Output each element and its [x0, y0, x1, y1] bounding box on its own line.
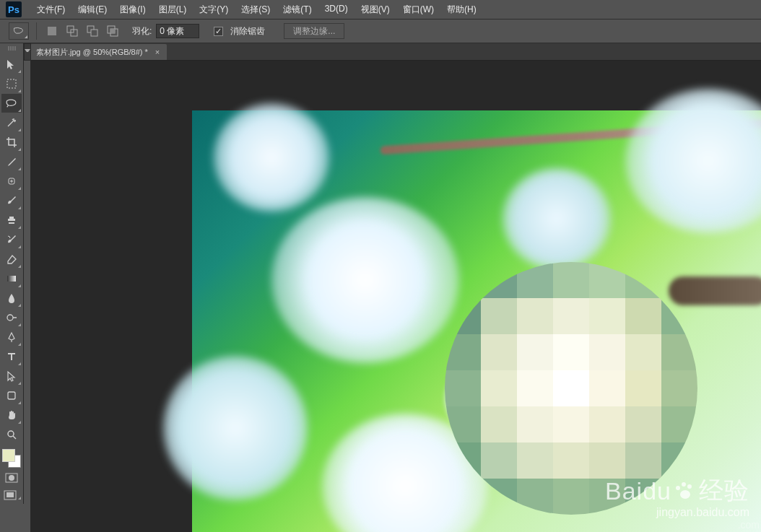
menu-10[interactable]: 帮助(H) — [440, 1, 483, 19]
document-tab[interactable]: 素材图片.jpg @ 50%(RGB/8#) * × — [30, 44, 167, 60]
zoom-tool[interactable] — [1, 425, 22, 444]
canvas-area[interactable]: Baidu 经验 jingyan.baidu.com .com — [30, 61, 761, 532]
document-image: Baidu 经验 jingyan.baidu.com .com — [192, 110, 761, 532]
tool-preset-picker[interactable] — [9, 22, 29, 40]
feather-input[interactable] — [156, 24, 199, 38]
gradient-tool[interactable] — [1, 269, 22, 288]
close-tab-icon[interactable]: × — [154, 48, 161, 56]
svg-rect-10 — [7, 276, 16, 282]
svg-point-13 — [8, 431, 14, 437]
foreground-color[interactable] — [2, 449, 15, 462]
path-selection-tool[interactable] — [1, 367, 22, 385]
antialias-label: 消除锯齿 — [230, 25, 265, 38]
type-tool[interactable] — [1, 347, 22, 366]
svg-rect-12 — [8, 392, 15, 399]
menu-7[interactable]: 3D(D) — [318, 1, 355, 19]
crop-tool[interactable] — [1, 133, 22, 152]
healing-brush-tool[interactable] — [1, 172, 22, 191]
paw-icon — [674, 481, 696, 500]
panel-grip[interactable] — [1, 46, 22, 52]
document-tab-title: 素材图片.jpg @ 50%(RGB/8#) * — [36, 47, 148, 58]
menu-9[interactable]: 窗口(W) — [396, 1, 440, 19]
brush-tool[interactable] — [1, 191, 22, 210]
collapsed-panel-handle[interactable] — [24, 43, 31, 61]
svg-rect-4 — [91, 30, 97, 36]
menu-4[interactable]: 文字(Y) — [193, 1, 235, 19]
intersect-selection-icon[interactable] — [105, 23, 121, 39]
marquee-tool[interactable] — [1, 74, 22, 93]
clone-stamp-tool[interactable] — [1, 211, 22, 230]
menu-8[interactable]: 视图(V) — [355, 1, 396, 19]
svg-rect-8 — [7, 79, 16, 88]
menu-3[interactable]: 图层(L) — [152, 1, 193, 19]
menu-5[interactable]: 选择(S) — [235, 1, 277, 19]
svg-rect-17 — [6, 492, 14, 497]
blur-tool[interactable] — [1, 289, 22, 308]
quick-mask-icon[interactable] — [1, 470, 22, 486]
history-brush-tool[interactable] — [1, 230, 22, 249]
app-logo: Ps — [6, 1, 22, 17]
feather-label: 羽化: — [132, 25, 152, 38]
hand-tool[interactable] — [1, 406, 22, 424]
watermark: Baidu 经验 jingyan.baidu.com — [605, 474, 749, 519]
new-selection-icon[interactable] — [44, 23, 60, 39]
svg-point-15 — [9, 475, 14, 481]
menu-0[interactable]: 文件(F) — [30, 1, 71, 19]
shape-tool[interactable] — [1, 386, 22, 405]
eyedropper-tool[interactable] — [1, 152, 22, 171]
menu-1[interactable]: 编辑(E) — [71, 1, 113, 19]
document-tab-strip: 素材图片.jpg @ 50%(RGB/8#) * × — [0, 43, 761, 61]
add-selection-icon[interactable] — [64, 23, 80, 39]
lasso-tool[interactable] — [1, 94, 22, 113]
menu-bar: Ps 文件(F)编辑(E)图像(I)图层(L)文字(Y)选择(S)滤镜(T)3D… — [0, 0, 761, 19]
antialias-checkbox[interactable] — [214, 27, 223, 36]
svg-point-11 — [7, 315, 13, 320]
screen-mode-icon[interactable] — [1, 487, 22, 503]
magic-wand-tool[interactable] — [1, 113, 22, 132]
svg-rect-7 — [110, 29, 115, 33]
menu-6[interactable]: 滤镜(T) — [277, 1, 318, 19]
corner-watermark: .com — [738, 519, 760, 531]
svg-rect-0 — [48, 27, 56, 35]
move-tool[interactable] — [1, 55, 22, 74]
dodge-tool[interactable] — [1, 308, 22, 327]
menu-2[interactable]: 图像(I) — [113, 1, 152, 19]
pen-tool[interactable] — [1, 328, 22, 346]
eraser-tool[interactable] — [1, 250, 22, 269]
subtract-selection-icon[interactable] — [84, 23, 100, 39]
refine-edge-button[interactable]: 调整边缘... — [284, 23, 344, 39]
color-swatches[interactable] — [1, 448, 22, 468]
options-bar: 羽化: 消除锯齿 调整边缘... — [0, 19, 761, 43]
tools-panel — [0, 43, 24, 504]
